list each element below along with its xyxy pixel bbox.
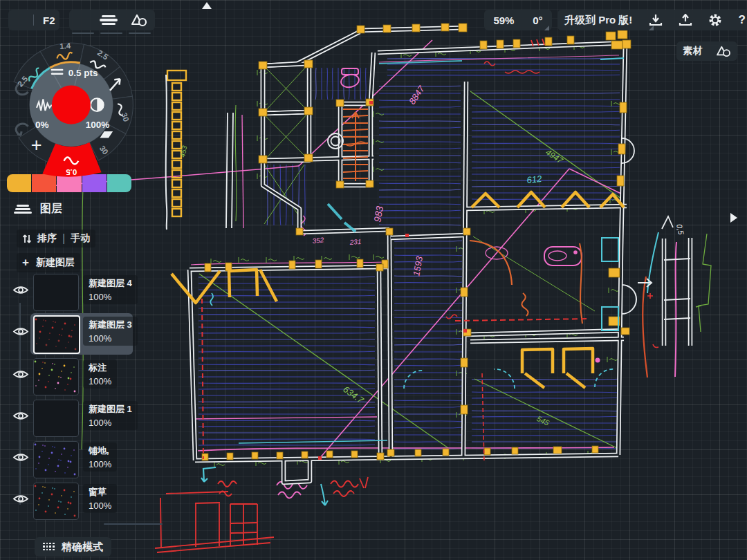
layer-row[interactable]: 窗草 100% [12,483,144,524]
workspace-toolbar: F2 [8,10,59,30]
import-icon[interactable] [649,14,663,26]
layer-thumbnail[interactable] [33,441,79,478]
materials-button[interactable]: 素材 [683,45,703,57]
dim-label-612: 612 [526,174,543,185]
settings-gear-icon[interactable] [708,13,722,27]
layer-thumbnail[interactable] [33,483,79,520]
menu-underline [100,32,122,34]
sort-label: 排序 [37,232,57,245]
layer-opacity: 100% [89,501,111,511]
layer-thumbnail[interactable] [33,400,79,437]
dim-label-6347: 634.7 [341,384,366,406]
layer-opacity: 100% [89,292,132,302]
layer-name: 标注 [89,362,111,374]
layer-name: 铺地, [89,445,111,457]
svg-text:0%: 0% [35,120,49,130]
layer-meta: 新建图层 3 100% [83,317,138,346]
rotation-button[interactable]: 0° [533,15,542,26]
layer-opacity: 100% [89,418,132,428]
precision-mode-button[interactable]: 精确模式 [35,537,111,557]
shapes-menu-icon[interactable] [129,13,149,27]
layer-thumbnail[interactable] [33,274,79,311]
dimension-green-layer [82,44,711,467]
layer-visibility-eye[interactable] [12,326,29,339]
add-tool-plus: + [31,135,42,156]
layer-row[interactable]: 标注 100% [12,358,144,400]
layer-meta: 窗草 100% [83,484,117,513]
layers-title: 图层 [40,202,62,216]
dim-label-352: 352 [312,236,324,245]
dim-label-453: 453 [178,144,188,158]
panel-divider [104,523,163,525]
gallery-icon[interactable] [12,15,24,26]
tool-toolbar [69,10,155,30]
svg-text:0.5 pts: 0.5 pts [68,68,98,78]
import-corner-badge [649,26,654,30]
layer-visibility-eye[interactable] [12,452,29,465]
accent-teal-layer [201,58,658,505]
dim-label-231: 231 [349,238,361,246]
layer-opacity: 100% [89,376,111,386]
new-layer-button[interactable]: + 新建图层 [17,253,80,272]
layer-name: 窗草 [89,486,111,498]
dim-label-545: 545 [535,414,551,427]
dim-label-1593: 1593 [411,255,425,277]
layer-meta: 铺地, 100% [83,442,117,472]
yellow-brush-size: 1.4 [59,41,71,50]
help-button[interactable]: ? [739,13,746,27]
layer-thumbnail[interactable] [33,358,79,395]
sidebar-expand-arrow[interactable] [730,213,737,223]
materials-panel: 素材 [676,41,737,61]
toolbar-divider [33,15,34,26]
layer-row[interactable]: 新建图层 3 100% [12,315,144,357]
dim-label-05: 0,5 [675,223,685,236]
layer-opacity: 100% [89,333,132,344]
layer-row[interactable]: 新建图层 4 100% [12,274,144,315]
layer-visibility-eye[interactable] [12,411,29,424]
layer-name: 新建图层 3 [89,319,132,331]
sort-arrows-icon [22,234,32,244]
plus-icon: + [22,256,29,270]
precision-grid-icon [43,543,55,552]
layer-visibility-eye[interactable] [12,494,29,507]
layer-sort-control[interactable]: 排序 | 手动 [17,230,95,248]
layer-meta: 标注 100% [83,360,117,389]
grid-menu-icon[interactable] [75,14,88,26]
rotation-corner-badge [544,26,549,30]
dim-label-8847: 8847 [407,84,427,106]
layer-name: 新建图层 1 [89,403,132,416]
layers-header[interactable]: 图层 [14,202,62,216]
layer-visibility-eye[interactable] [12,285,29,298]
layer-visibility-eye[interactable] [12,369,29,382]
layer-thumbnail[interactable] [33,315,80,354]
dim-label-4947: 4947 [544,147,565,166]
active-pen-size: 0.5 [66,168,77,176]
export-icon[interactable] [679,14,692,26]
layer-name: 新建图层 4 [89,277,132,290]
sort-mode: 手动 [71,232,90,245]
new-layer-label: 新建图层 [36,256,75,269]
menu-underline [72,32,94,34]
layer-meta: 新建图层 1 100% [83,401,138,430]
dim-label-983: 983 [371,205,385,223]
columns-yellow-layer [167,24,631,460]
layers-icon [14,203,32,215]
menu-underline [129,32,151,34]
zoom-level-button[interactable]: 59% [493,15,514,26]
svg-text:100%: 100% [86,120,110,130]
materials-shapes-icon[interactable] [716,45,731,57]
layers-menu-icon[interactable] [100,14,118,26]
active-color-well[interactable] [52,86,91,124]
sort-separator: | [62,232,65,245]
layer-row[interactable]: 新建图层 1 100% [12,400,144,441]
scroll-up-arrow[interactable] [202,2,212,9]
workspace-button[interactable]: F2 [43,15,55,26]
precision-label: 精确模式 [62,541,103,554]
layer-opacity: 100% [89,459,111,469]
view-toolbar: 59% 0° [484,10,552,30]
tool-wheel[interactable]: 0.5 pts 0% 100% 2.5 1.4 2.5 30 30 + 0.5 [4,39,142,184]
layer-row[interactable]: 铺地, 100% [12,441,144,483]
upgrade-pro-button[interactable]: 升级到 Pro 版! [564,14,632,27]
layer-meta: 新建图层 4 100% [83,275,138,304]
